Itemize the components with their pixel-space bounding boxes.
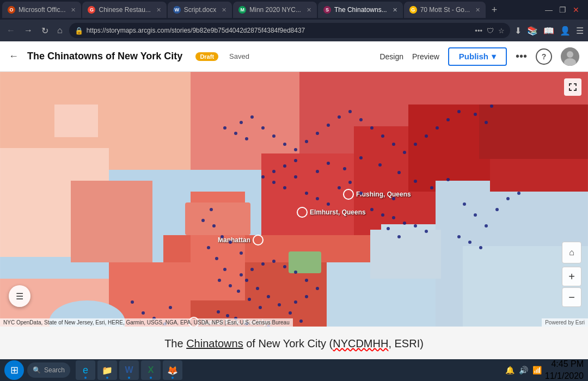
page-content: The Chinatowns of New York City (NYCDMHH… bbox=[0, 327, 588, 361]
svg-rect-28 bbox=[370, 230, 441, 279]
shield-icon: 🛡 bbox=[487, 27, 494, 35]
svg-point-1 bbox=[567, 51, 573, 58]
start-button[interactable]: ⊞ bbox=[4, 360, 24, 380]
collections-icon[interactable]: 📚 bbox=[527, 26, 538, 36]
help-button[interactable]: ? bbox=[536, 48, 552, 65]
tab-close-70mott[interactable]: ✕ bbox=[475, 7, 480, 14]
taskbar-app-firefox[interactable]: 🦊 bbox=[163, 360, 182, 380]
taskbar-search[interactable]: 🔍 Search bbox=[27, 362, 70, 378]
map-zoom-out-button[interactable]: − bbox=[562, 287, 581, 307]
tab-close-msoffice[interactable]: ✕ bbox=[71, 7, 76, 14]
back-to-home-button[interactable]: ← bbox=[9, 51, 19, 62]
tab-google70mott[interactable]: G 70 Mott St - Go... ✕ bbox=[404, 2, 486, 18]
taskbar-notification-icon[interactable]: 🔔 bbox=[505, 366, 514, 374]
new-tab-button[interactable]: + bbox=[487, 2, 502, 17]
map-home-button[interactable]: ⌂ bbox=[562, 242, 581, 263]
search-icon: 🔍 bbox=[33, 366, 41, 374]
menu-icon[interactable]: ☰ bbox=[576, 26, 584, 36]
forward-button[interactable]: → bbox=[22, 23, 35, 38]
home-button[interactable]: ⌂ bbox=[55, 23, 65, 38]
browser-window-controls: — ❐ ✕ bbox=[538, 5, 586, 14]
story-title: The Chinatowns of New York City bbox=[27, 51, 182, 62]
tab-close-script[interactable]: ✕ bbox=[222, 7, 226, 14]
taskbar-apps: e 📁 W X 🦊 bbox=[76, 360, 182, 380]
tab-chinatown[interactable]: S The Chinatowns... ✕ bbox=[318, 2, 403, 18]
taskbar-app-explorer[interactable]: 📁 bbox=[97, 360, 117, 380]
tab-msoffice[interactable]: O Microsoft Offic... ✕ bbox=[2, 2, 81, 18]
design-button[interactable]: Design bbox=[379, 52, 403, 61]
more-options-button[interactable]: ••• bbox=[516, 50, 527, 63]
map-zoom-in-button[interactable]: + bbox=[562, 267, 581, 286]
tab-close-chinese[interactable]: ✕ bbox=[156, 7, 161, 14]
preview-button[interactable]: Preview bbox=[412, 52, 439, 61]
taskbar-volume-icon[interactable]: 🔊 bbox=[519, 366, 528, 374]
esri-powered-logo: Powered by Esri bbox=[542, 318, 588, 327]
draft-badge: Draft bbox=[195, 52, 218, 61]
taskbar-network-icon[interactable]: 📶 bbox=[532, 366, 542, 374]
taskbar-system-icons: 🔔 🔊 📶 bbox=[505, 366, 542, 374]
svg-rect-8 bbox=[71, 181, 152, 262]
minimize-button[interactable]: — bbox=[545, 5, 553, 14]
taskbar-app-word[interactable]: W bbox=[119, 360, 139, 380]
page-content-title: The Chinatowns of New York City (NYCDMHH… bbox=[11, 337, 577, 350]
tab-minn2020[interactable]: M Minn 2020 NYC... ✕ bbox=[233, 2, 317, 18]
reload-button[interactable]: ↻ bbox=[39, 23, 51, 38]
tab-close-chinatown[interactable]: ✕ bbox=[393, 7, 397, 14]
svg-rect-24 bbox=[479, 105, 588, 159]
url-bar[interactable]: 🔒 https://storymaps.arcgis.com/stories/9… bbox=[69, 23, 510, 38]
map-background bbox=[0, 72, 588, 327]
expand-map-button[interactable] bbox=[564, 78, 581, 96]
restore-button[interactable]: ❐ bbox=[559, 5, 566, 14]
tab-bar: O Microsoft Offic... ✕ G Chinese Restau.… bbox=[0, 0, 588, 20]
saved-status: Saved bbox=[229, 52, 249, 60]
publish-label: Publish bbox=[459, 52, 488, 61]
svg-rect-15 bbox=[185, 202, 250, 235]
map-list-button[interactable]: ☰ bbox=[9, 285, 30, 307]
map-zoom-controls: ⌂ + − bbox=[562, 242, 581, 307]
url-text: https://storymaps.arcgis.com/stories/9b8… bbox=[87, 27, 472, 34]
map-area[interactable]: Flushing, Queens Elmhurst, Queens Manhat… bbox=[0, 72, 588, 327]
bookmark-icon[interactable]: ☆ bbox=[498, 27, 505, 35]
tab-chinese[interactable]: G Chinese Restau... ✕ bbox=[82, 2, 166, 18]
toolbar-icons: ⬇ 📚 📖 👤 ☰ bbox=[514, 26, 584, 36]
header-actions: Design Preview Publish ▾ ••• ? bbox=[379, 47, 579, 66]
profile-icon[interactable]: 👤 bbox=[560, 26, 571, 36]
immersive-reader-icon[interactable]: 📖 bbox=[543, 26, 554, 36]
publish-button[interactable]: Publish ▾ bbox=[448, 47, 507, 66]
taskbar: ⊞ 🔍 Search e 📁 W X 🦊 🔔 🔊 📶 4:45 bbox=[0, 359, 588, 381]
app-header: ← The Chinatowns of New York City Draft … bbox=[0, 41, 588, 72]
address-bar-icons: ••• 🛡 ☆ bbox=[475, 27, 505, 35]
tab-close-minn2020[interactable]: ✕ bbox=[307, 7, 311, 14]
publish-chevron-icon: ▾ bbox=[492, 52, 496, 62]
download-icon[interactable]: ⬇ bbox=[514, 26, 522, 36]
taskbar-app-ie[interactable]: e bbox=[76, 360, 95, 380]
svg-rect-27 bbox=[289, 251, 321, 273]
tab-script[interactable]: W Script.docx ✕ bbox=[168, 2, 232, 18]
back-button[interactable]: ← bbox=[4, 23, 17, 38]
close-button[interactable]: ✕ bbox=[573, 5, 579, 14]
address-bar-row: ← → ↻ ⌂ 🔒 https://storymaps.arcgis.com/s… bbox=[0, 20, 588, 41]
taskbar-clock: 4:45 PM 11/1/2020 bbox=[545, 358, 584, 381]
svg-rect-22 bbox=[54, 105, 98, 137]
user-avatar[interactable] bbox=[561, 47, 579, 66]
map-attribution: NYC OpenData, State of New Jersey, Esri,… bbox=[0, 318, 293, 327]
taskbar-app-excel[interactable]: X bbox=[141, 360, 161, 380]
more-options-icon[interactable]: ••• bbox=[475, 27, 482, 35]
